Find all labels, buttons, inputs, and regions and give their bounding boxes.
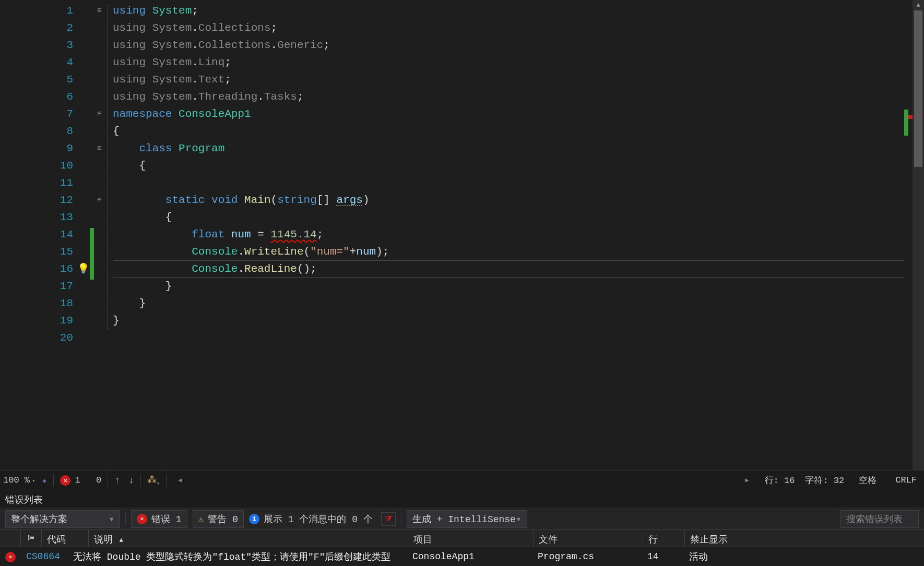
scope-dropdown[interactable]: 整个解决方案▾ <box>5 510 120 528</box>
code-line[interactable]: static void Main(string[] args) <box>113 191 913 209</box>
info-icon: i <box>249 514 259 524</box>
error-list-header[interactable]: ⁞≡ 代码 说明 ▴ 项目 文件 行 禁止显示 <box>0 529 924 547</box>
error-file: Program.cs <box>532 548 642 565</box>
hdr-code[interactable]: 代码 <box>42 530 89 547</box>
hdr-line[interactable]: 行 <box>643 530 685 547</box>
overview-ruler[interactable] <box>904 0 913 470</box>
error-icon: ✕ <box>5 552 16 562</box>
line-endings[interactable]: CRLF <box>891 474 921 486</box>
code-line[interactable]: } <box>113 312 913 329</box>
code-editor[interactable]: 1234567891011121314151617181920 💡 ⊟⊟⊟⊟ u… <box>0 0 913 470</box>
error-count[interactable]: ✕ 1 <box>60 475 80 486</box>
code-line[interactable] <box>113 329 913 346</box>
indent-mode[interactable]: 空格 <box>855 473 881 487</box>
hscroll-left-icon[interactable]: ◀ <box>173 476 187 484</box>
error-row[interactable]: ✕CS0664无法将 Double 类型隐式转换为"float"类型；请使用"F… <box>0 547 924 566</box>
code-line[interactable]: } <box>113 295 913 312</box>
code-line[interactable]: namespace ConsoleApp1 <box>113 105 913 123</box>
error-list-body: ✕CS0664无法将 Double 类型隐式转换为"float"类型；请使用"F… <box>0 547 924 566</box>
hscroll-right-icon[interactable]: ▶ <box>740 476 754 484</box>
code-line[interactable]: { <box>113 157 913 174</box>
error-suppress: 活动 <box>684 547 924 566</box>
messages-filter-button[interactable]: i 展示 1 个消息中的 0 个 <box>249 513 373 525</box>
hdr-desc[interactable]: 说明 ▴ <box>89 530 408 547</box>
overview-error-mark <box>908 115 913 119</box>
scroll-up-icon[interactable]: ▲ <box>913 0 924 10</box>
vertical-scrollbar[interactable]: ▲ <box>913 0 924 470</box>
code-text-area[interactable]: using System;using System.Collections;us… <box>113 2 913 470</box>
error-project: ConsoleApp1 <box>407 548 532 565</box>
fold-gutter[interactable]: ⊟⊟⊟⊟ <box>94 2 105 470</box>
code-line[interactable]: using System.Collections; <box>113 19 913 37</box>
code-line[interactable]: using System.Linq; <box>113 54 913 71</box>
fold-toggle[interactable]: ⊟ <box>94 105 105 123</box>
build-filter-button[interactable]: ⧩ <box>381 512 396 526</box>
lightbulb-icon[interactable]: 💡 <box>77 262 90 275</box>
nav-next-icon[interactable]: ↓ <box>128 475 134 486</box>
code-line[interactable]: float num = 1145.14; <box>113 226 913 243</box>
funnel-icon: ⧩ <box>385 514 392 524</box>
hdr-suppress[interactable]: 禁止显示 <box>685 530 924 547</box>
overview-change-mark <box>904 110 908 136</box>
warning-icon: ⚠ <box>87 475 92 486</box>
hdr-project[interactable]: 项目 <box>408 530 534 547</box>
error-list-title: 错误列表 <box>0 490 924 508</box>
hdr-options-icon[interactable]: ⁞≡ <box>21 530 42 547</box>
error-icon: ✕ <box>137 514 147 524</box>
lightbulb-gutter: 💡 <box>77 2 90 470</box>
code-line[interactable]: using System.Text; <box>113 71 913 88</box>
fold-toggle[interactable]: ⊟ <box>94 2 105 19</box>
code-line[interactable]: } <box>113 278 913 295</box>
line-number-gutter: 1234567891011121314151617181920 <box>0 2 77 470</box>
outline-column <box>105 2 113 470</box>
source-dropdown[interactable]: 生成 + IntelliSense▾ <box>407 510 527 528</box>
zoom-level[interactable]: 100 % <box>3 475 35 485</box>
code-line[interactable]: using System.Collections.Generic; <box>113 37 913 54</box>
code-line[interactable]: { <box>113 123 913 140</box>
warning-count[interactable]: ⚠ 0 <box>87 475 101 486</box>
error-desc: 无法将 Double 类型隐式转换为"float"类型；请使用"F"后缀创建此类… <box>68 547 407 566</box>
fold-toggle[interactable]: ⊟ <box>94 191 105 209</box>
hdr-severity[interactable] <box>0 530 21 547</box>
fold-toggle[interactable]: ⊟ <box>94 140 105 157</box>
caret-col[interactable]: 字符: 32 <box>805 474 844 486</box>
code-line[interactable]: Console.WriteLine("num="+num); <box>113 243 913 260</box>
code-cleanup-icon[interactable]: ⁂▾ <box>147 474 160 487</box>
modification-gutter <box>90 2 94 470</box>
code-line[interactable]: using System; <box>113 2 913 19</box>
nav-prev-icon[interactable]: ↑ <box>114 475 120 486</box>
errors-filter-button[interactable]: ✕ 错误 1 <box>131 510 187 528</box>
scroll-thumb[interactable] <box>914 10 922 167</box>
code-line[interactable] <box>113 174 913 191</box>
error-line: 14 <box>642 548 684 565</box>
error-list-toolbar: 整个解决方案▾ ✕ 错误 1 ⚠ 警告 0 i 展示 1 个消息中的 0 个 ⧩… <box>0 508 924 529</box>
caret-line[interactable]: 行: 16 <box>765 474 795 486</box>
error-code: CS0664 <box>21 548 68 565</box>
warning-icon: ⚠ <box>198 513 204 525</box>
error-search-input[interactable]: 搜索错误列表 <box>840 510 919 528</box>
hdr-file[interactable]: 文件 <box>534 530 643 547</box>
intellicode-icon[interactable]: ✦ <box>42 475 48 486</box>
editor-pane: 1234567891011121314151617181920 💡 ⊟⊟⊟⊟ u… <box>0 0 924 470</box>
code-line[interactable]: Console.ReadLine(); <box>113 260 913 278</box>
editor-status-bar: 100 % ✦ ✕ 1 ⚠ 0 ↑ ↓ ⁂▾ ◀ ▶ 行: 16 字符: 32 … <box>0 470 924 490</box>
code-line[interactable]: using System.Threading.Tasks; <box>113 88 913 105</box>
code-line[interactable]: class Program <box>113 140 913 157</box>
code-line[interactable]: { <box>113 209 913 226</box>
warnings-filter-button[interactable]: ⚠ 警告 0 <box>193 510 244 528</box>
error-icon: ✕ <box>60 475 70 486</box>
